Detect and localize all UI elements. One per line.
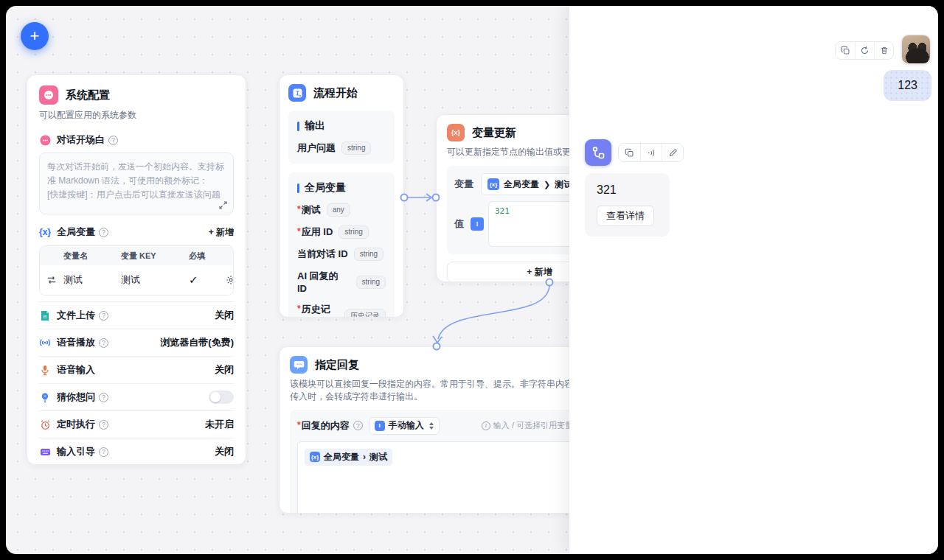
welcome-message-label: 对话开场白 <box>57 133 105 147</box>
guess-question-toggle[interactable] <box>209 391 234 404</box>
welcome-message-input[interactable] <box>40 153 233 214</box>
required-check: ✓ <box>189 273 226 287</box>
setting-value: 浏览器自带(免费) <box>160 336 234 349</box>
user-avatar[interactable] <box>901 35 931 64</box>
help-icon[interactable] <box>99 393 108 402</box>
specified-reply-icon <box>290 356 308 374</box>
file-upload-icon <box>39 309 51 321</box>
global-variable-item: 历史记录 历史记录 <box>297 303 386 318</box>
variable-label: 变量 <box>454 178 481 191</box>
setting-value: 关闭 <box>215 445 234 458</box>
node-title: 流程开始 <box>313 86 358 100</box>
bot-message-toolbar <box>618 143 684 162</box>
info-icon <box>482 421 490 430</box>
gear-icon[interactable] <box>226 275 234 285</box>
alarm-clock-icon <box>39 419 51 430</box>
reply-content-label: 回复的内容 <box>297 419 350 433</box>
column-header: 必填 <box>189 251 226 262</box>
manual-input-icon[interactable]: I <box>471 217 484 231</box>
manual-input-icon: I <box>375 421 385 431</box>
input-hint: 输入 / 可选择引用变量 <box>482 420 573 431</box>
setting-row-file-upload[interactable]: 文件上传 关闭 <box>39 301 234 329</box>
plus-icon: + <box>30 27 40 46</box>
variable-chip[interactable]: {x} 全局变量 › 测试 <box>305 449 392 466</box>
type-tag: 历史记录 <box>344 309 386 318</box>
variable-badge-icon: {x} <box>310 452 320 462</box>
speaker-icon[interactable] <box>640 144 662 161</box>
section-title: 全局变量 <box>305 181 346 195</box>
node-system-config[interactable]: 系统配置 可以配置应用的系统参数 对话开场白 <box>27 74 246 465</box>
node-description: 可以配置应用的系统参数 <box>39 109 234 122</box>
type-tag: string <box>339 225 368 239</box>
globals-section: 全局变量 测试 any 应用 ID string 当前对话 ID string … <box>288 172 395 318</box>
table-header-row: 变量名 变量 KEY 必填 <box>40 246 233 265</box>
node-title: 指定回复 <box>315 358 359 372</box>
setting-row-input-guide[interactable]: 输入引导 关闭 <box>39 438 234 465</box>
app-window: + <box>6 6 938 554</box>
variable-update-icon: {x} <box>447 124 465 141</box>
drag-handle-icon[interactable] <box>40 275 63 285</box>
user-message-bubble: 123 <box>884 70 931 101</box>
output-item: 用户问题 string <box>297 141 386 155</box>
chevron-right-icon: › <box>363 452 366 462</box>
column-header: 变量名 <box>63 251 121 262</box>
add-node-button[interactable]: + <box>21 22 49 50</box>
copy-icon[interactable] <box>836 42 855 59</box>
copy-icon[interactable] <box>619 144 640 161</box>
table-row[interactable]: 测试 测试 ✓ <box>40 265 233 295</box>
setting-value: 关闭 <box>215 363 234 377</box>
section-title: 输出 <box>305 119 325 133</box>
reply-content-input[interactable]: {x} 全局变量 › 测试 <box>297 441 573 514</box>
node-specified-reply[interactable]: 指定回复 该模块可以直接回复一段指定的内容。常用于引导、提示。非字符串内容传入时… <box>279 346 591 514</box>
setting-row-voice-play[interactable]: 语音播放 浏览器自带(免费) <box>39 329 234 356</box>
edit-icon[interactable] <box>662 144 683 161</box>
view-details-button[interactable]: 查看详情 <box>597 206 654 226</box>
global-variables-label: 全局变量 <box>57 225 95 239</box>
help-icon[interactable] <box>99 228 108 237</box>
setting-row-guess-question[interactable]: 猜你想问 <box>39 383 234 410</box>
flow-start-icon <box>288 84 306 102</box>
help-icon[interactable] <box>99 311 108 321</box>
retry-icon[interactable] <box>855 42 874 59</box>
microphone-icon <box>39 364 51 376</box>
setting-row-voice-input[interactable]: 语音输入 关闭 <box>39 356 234 383</box>
bot-message-bubble: 321 查看详情 <box>585 173 670 237</box>
node-description: 该模块可以直接回复一段指定的内容。常用于引导、提示。非字符串内容传入时，会转成字… <box>290 378 580 404</box>
value-label: 值 <box>454 217 471 231</box>
help-icon[interactable] <box>99 338 108 348</box>
type-tag: string <box>354 248 384 261</box>
input-mode-selector[interactable]: I 手动输入 <box>369 417 440 435</box>
output-section: 输出 用户问题 string <box>288 111 395 164</box>
voice-play-icon <box>39 337 51 349</box>
trash-icon[interactable] <box>874 42 893 59</box>
variable-badge-icon: {x} <box>487 178 499 190</box>
keyboard-icon <box>39 446 51 458</box>
setting-value: 关闭 <box>215 309 234 322</box>
stepper-icon <box>429 422 434 430</box>
setting-value: 未开启 <box>205 418 234 431</box>
system-config-icon <box>39 85 58 105</box>
help-icon[interactable] <box>353 421 363 430</box>
help-icon[interactable] <box>99 420 108 430</box>
chevron-right-icon: ❯ <box>544 180 550 189</box>
lightbulb-icon <box>39 391 51 403</box>
type-tag: any <box>327 203 350 217</box>
section-bar <box>297 122 299 131</box>
welcome-message-icon <box>39 134 51 146</box>
variables-table: 变量名 变量 KEY 必填 测试 测试 ✓ <box>39 245 234 295</box>
expand-icon[interactable] <box>219 201 227 209</box>
node-flow-start[interactable]: 流程开始 输出 用户问题 string 全局变量 测试 any 应用 ID <box>279 74 404 318</box>
help-icon[interactable] <box>108 136 118 145</box>
type-tag: string <box>341 141 371 155</box>
type-tag: string <box>356 276 386 289</box>
message-toolbar <box>835 41 894 60</box>
help-icon[interactable] <box>99 447 108 457</box>
global-variable-item: AI 回复的 ID string <box>297 270 386 294</box>
node-title: 系统配置 <box>66 88 110 102</box>
global-variable-item: 当前对话 ID string <box>297 248 386 261</box>
variable-key-cell: 测试 <box>121 273 189 287</box>
bot-avatar <box>585 139 611 166</box>
setting-row-schedule[interactable]: 定时执行 未开启 <box>39 410 234 438</box>
global-variable-item: 应用 ID string <box>297 225 386 239</box>
add-variable-button[interactable]: + 新增 <box>209 226 234 239</box>
